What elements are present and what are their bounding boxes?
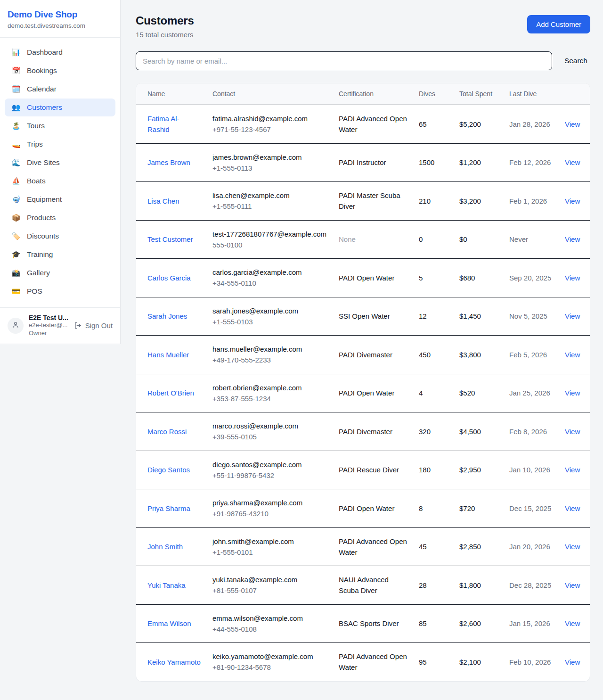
customer-dives: 5 <box>413 259 454 297</box>
view-link[interactable]: View <box>565 466 580 474</box>
sidebar-item-trips[interactable]: 🚤 Trips <box>5 135 115 153</box>
view-link[interactable]: View <box>565 197 580 205</box>
customer-total-spent: $2,950 <box>454 451 504 489</box>
view-link[interactable]: View <box>565 235 580 243</box>
sign-out-icon <box>74 321 82 329</box>
col-header-last-dive: Last Dive <box>504 83 559 105</box>
sidebar-item-calendar[interactable]: 🗓️ Calendar <box>5 80 115 98</box>
table-row: John Smith john.smith@example.com +1-555… <box>136 527 590 566</box>
pos-icon: 💳 <box>11 287 21 296</box>
customer-phone: 555-0100 <box>212 239 327 250</box>
customer-name-link[interactable]: Lisa Chen <box>147 197 179 205</box>
customer-name-link[interactable]: Diego Santos <box>147 466 190 474</box>
customer-last-dive: Never <box>504 220 559 259</box>
avatar <box>8 318 24 334</box>
table-row: Marco Rossi marco.rossi@example.com +39-… <box>136 412 590 451</box>
customer-last-dive: Nov 5, 2025 <box>504 297 559 336</box>
customer-last-dive: Jan 20, 2026 <box>504 527 559 566</box>
table-row: Lisa Chen lisa.chen@example.com +1-555-0… <box>136 182 590 221</box>
view-link[interactable]: View <box>565 619 580 627</box>
table-row: James Brown james.brown@example.com +1-5… <box>136 143 590 182</box>
user-name: E2E Test U... <box>29 314 69 321</box>
table-row: Carlos Garcia carlos.garcia@example.com … <box>136 259 590 297</box>
view-link[interactable]: View <box>565 312 580 320</box>
customer-certification: NAUI Advanced Scuba Diver <box>339 576 389 594</box>
customer-dives: 320 <box>413 412 454 451</box>
col-header-name: Name <box>136 83 207 105</box>
customer-total-spent: $680 <box>454 259 504 297</box>
sidebar-item-pos[interactable]: 💳 POS <box>5 282 115 300</box>
customer-email: keiko.yamamoto@example.com <box>212 651 327 662</box>
customer-name-link[interactable]: James Brown <box>147 158 190 166</box>
customer-total-spent: $2,600 <box>454 604 504 643</box>
customer-name-link[interactable]: Test Customer <box>147 235 193 243</box>
sidebar-item-discounts[interactable]: 🏷️ Discounts <box>5 227 115 245</box>
view-link[interactable]: View <box>565 658 580 666</box>
sidebar-item-customers[interactable]: 👥 Customers <box>5 99 115 116</box>
sign-out-label: Sign Out <box>85 321 113 329</box>
customer-name-link[interactable]: Robert O'Brien <box>147 389 194 397</box>
bookings-icon: 📅 <box>11 66 21 75</box>
sidebar-nav: 📊 Dashboard 📅 Bookings 🗓️ Calendar 👥 Cus… <box>0 38 120 307</box>
view-link[interactable]: View <box>565 120 580 128</box>
customer-dives: 28 <box>413 566 454 605</box>
view-link[interactable]: View <box>565 389 580 397</box>
view-link[interactable]: View <box>565 581 580 589</box>
view-link[interactable]: View <box>565 428 580 436</box>
sidebar-item-gallery[interactable]: 📸 Gallery <box>5 264 115 282</box>
view-link[interactable]: View <box>565 158 580 166</box>
customer-last-dive: Feb 12, 2026 <box>504 143 559 182</box>
customer-name-link[interactable]: Yuki Tanaka <box>147 581 186 589</box>
customer-name-link[interactable]: Carlos Garcia <box>147 274 191 282</box>
sidebar-item-training[interactable]: 🎓 Training <box>5 246 115 264</box>
customer-name-link[interactable]: Keiko Yamamoto <box>147 658 201 666</box>
sidebar-item-dive-sites[interactable]: 🌊 Dive Sites <box>5 154 115 172</box>
customer-dives: 12 <box>413 297 454 336</box>
customer-last-dive: Jan 15, 2026 <box>504 604 559 643</box>
customer-last-dive: Jan 28, 2026 <box>504 105 559 144</box>
sidebar-item-tours[interactable]: 🏝️ Tours <box>5 117 115 135</box>
customer-total-spent: $1,450 <box>454 297 504 336</box>
view-link[interactable]: View <box>565 274 580 282</box>
customer-name-link[interactable]: Marco Rossi <box>147 428 187 436</box>
customer-email: emma.wilson@example.com <box>212 613 327 624</box>
customer-certification: PADI Master Scuba Diver <box>339 191 400 210</box>
view-link[interactable]: View <box>565 504 580 512</box>
customer-name-link[interactable]: John Smith <box>147 543 183 551</box>
customer-phone: +55-11-99876-5432 <box>212 470 327 481</box>
page-title: Customers <box>136 14 194 27</box>
customer-phone: +1-555-0101 <box>212 547 327 558</box>
customer-name-link[interactable]: Sarah Jones <box>147 312 187 320</box>
customer-name-link[interactable]: Fatima Al-Rashid <box>147 115 179 133</box>
customer-email: sarah.jones@example.com <box>212 305 327 316</box>
customer-email: priya.sharma@example.com <box>212 497 327 508</box>
customers-table-card: Name Contact Certification Dives Total S… <box>136 83 590 682</box>
user-role: Owner <box>29 329 69 338</box>
search-button[interactable]: Search <box>564 57 590 65</box>
sidebar-item-equipment[interactable]: 🤿 Equipment <box>5 190 115 208</box>
sidebar-item-boats[interactable]: ⛵ Boats <box>5 172 115 190</box>
col-header-total-spent: Total Spent <box>454 83 504 105</box>
customer-phone: +353-87-555-1234 <box>212 393 327 404</box>
customer-phone: +1-555-0111 <box>212 201 327 212</box>
customer-phone: +34-555-0110 <box>212 278 327 288</box>
sidebar-item-bookings[interactable]: 📅 Bookings <box>5 62 115 80</box>
sign-out-button[interactable]: Sign Out <box>74 321 113 329</box>
sidebar-item-dashboard[interactable]: 📊 Dashboard <box>5 43 115 61</box>
customer-dives: 180 <box>413 451 454 489</box>
customer-email: carlos.garcia@example.com <box>212 267 327 278</box>
shop-name: Demo Dive Shop <box>8 9 113 20</box>
user-meta: E2E Test U... e2e-tester@... Owner <box>29 314 69 338</box>
customer-name-link[interactable]: Priya Sharma <box>147 504 190 512</box>
view-link[interactable]: View <box>565 351 580 359</box>
customer-dives: 45 <box>413 527 454 566</box>
sidebar-item-products[interactable]: 📦 Products <box>5 209 115 227</box>
view-link[interactable]: View <box>565 543 580 551</box>
search-input[interactable] <box>136 51 552 70</box>
customer-certification: SSI Open Water <box>339 312 390 320</box>
add-customer-button[interactable]: Add Customer <box>527 15 590 33</box>
col-header-certification: Certification <box>333 83 413 105</box>
customer-name-link[interactable]: Emma Wilson <box>147 619 191 627</box>
table-row: Sarah Jones sarah.jones@example.com +1-5… <box>136 297 590 336</box>
customer-name-link[interactable]: Hans Mueller <box>147 351 189 359</box>
